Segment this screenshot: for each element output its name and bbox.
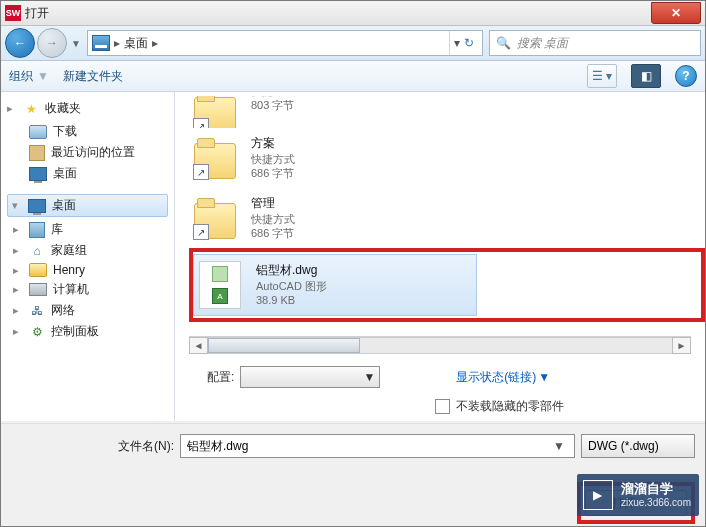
list-item[interactable]: 方案 快捷方式 686 字节 [189,128,705,188]
chevron-right-icon[interactable]: ▸ [152,36,158,50]
nav-forward-button[interactable]: → [37,28,67,58]
desktop-icon [29,167,47,181]
sidebar-item-desktop-fav[interactable]: 桌面 [7,163,168,184]
file-meta: 快捷方式 [251,212,295,226]
sidebar-item-recent[interactable]: 最近访问的位置 [7,142,168,163]
titlebar: SW 打开 ✕ [1,1,705,26]
sidebar-item-computer[interactable]: 计算机 [7,279,168,300]
sidebar-group-desktop[interactable]: 桌面 [7,194,168,217]
config-dropdown[interactable]: ▼ [240,366,380,388]
caret-icon[interactable] [13,283,23,296]
list-item[interactable]: 全套图库 快捷方式 761 字节 [189,322,705,330]
star-icon: ★ [23,101,39,117]
dwg-file-icon: A [199,261,241,309]
library-icon [29,222,45,238]
file-meta: AutoCAD 图形 [256,279,327,293]
caret-icon[interactable] [13,264,23,277]
file-meta: 803 字节 [251,98,295,112]
caret-icon[interactable] [7,102,17,115]
chevron-down-icon: ▼ [37,69,49,83]
preview-pane-button[interactable]: ◧ [631,64,661,88]
hide-parts-label: 不装载隐藏的零部件 [456,398,564,415]
file-type-filter[interactable]: DWG (*.dwg) [581,434,695,458]
search-placeholder: 搜索 桌面 [517,35,568,52]
folder-icon [29,125,47,139]
navbar: ← → ▼ ▸ 桌面 ▸ ▾ ↻ 🔍 搜索 桌面 [1,26,705,61]
window-title: 打开 [25,5,49,22]
list-item-selected[interactable]: A 铝型材.dwg AutoCAD 图形 38.9 KB [193,254,477,316]
caret-icon[interactable] [12,199,22,212]
chevron-right-icon[interactable]: ▸ [114,36,120,50]
network-icon: 🖧 [29,303,45,319]
scroll-right-icon[interactable]: ► [672,337,691,354]
control-panel-icon: ⚙ [29,324,45,340]
recent-icon [29,145,45,161]
toolbar: 组织▼ 新建文件夹 ☰ ▾ ◧ ? [1,61,705,92]
config-label: 配置: [207,369,234,386]
file-list[interactable]: 快捷方式 803 字节 方案 快捷方式 686 字节 管理 [175,92,705,330]
new-folder-button[interactable]: 新建文件夹 [63,68,123,85]
hide-parts-checkbox[interactable] [435,399,450,414]
file-meta: 686 字节 [251,166,295,180]
user-folder-icon [29,263,47,277]
play-icon [583,480,613,510]
search-icon: 🔍 [496,36,511,50]
caret-icon[interactable] [13,325,23,338]
sidebar-group-label: 收藏夹 [45,100,81,117]
nav-back-button[interactable]: ← [5,28,35,58]
desktop-icon [28,199,46,213]
display-state-link[interactable]: 显示状态(链接)▼ [456,369,550,386]
file-name: 铝型材.dwg [256,263,327,279]
chevron-down-icon[interactable]: ▼ [550,439,568,453]
caret-icon[interactable] [13,244,23,257]
list-item[interactable]: 管理 快捷方式 686 字节 [189,188,705,248]
sidebar-group-label: 桌面 [52,197,76,214]
sidebar: ★ 收藏夹 下载 最近访问的位置 桌面 [1,92,175,421]
search-input[interactable]: 🔍 搜索 桌面 [489,30,701,56]
filename-label: 文件名(N): [1,434,180,455]
filename-input[interactable]: 铝型材.dwg ▼ [180,434,575,458]
breadcrumb-dropdown-icon[interactable]: ▾ [454,36,460,50]
file-meta: 686 字节 [251,226,295,240]
sidebar-item-downloads[interactable]: 下载 [7,121,168,142]
app-icon: SW [5,5,21,21]
close-button[interactable]: ✕ [651,2,701,24]
folder-shortcut-icon [194,143,236,179]
sidebar-group-favorites[interactable]: ★ 收藏夹 [7,98,168,119]
help-button[interactable]: ? [675,65,697,87]
list-item[interactable]: 快捷方式 803 字节 [189,96,705,128]
homegroup-icon: ⌂ [29,243,45,259]
nav-history-dropdown[interactable]: ▼ [71,38,81,49]
file-name: 管理 [251,196,295,212]
filename-value: 铝型材.dwg [187,438,550,455]
file-name: 方案 [251,136,295,152]
file-meta: 快捷方式 [251,152,295,166]
organize-menu[interactable]: 组织▼ [9,68,49,85]
breadcrumb-segment[interactable]: 桌面 [124,35,148,52]
caret-icon[interactable] [13,223,23,236]
breadcrumb[interactable]: ▸ 桌面 ▸ ▾ ↻ [87,30,483,56]
horizontal-scrollbar[interactable]: ◄ ► [189,336,691,354]
scroll-thumb[interactable] [208,338,360,353]
watermark-url: zixue.3d66.com [621,497,691,508]
watermark-title: 溜溜自学 [621,482,691,496]
folder-shortcut-icon [194,97,236,128]
scroll-left-icon[interactable]: ◄ [189,337,208,354]
watermark: 溜溜自学 zixue.3d66.com [577,474,699,516]
chevron-down-icon: ▼ [538,370,550,384]
sidebar-item-user[interactable]: Henry [7,261,168,279]
sidebar-item-homegroup[interactable]: ⌂ 家庭组 [7,240,168,261]
sidebar-item-network[interactable]: 🖧 网络 [7,300,168,321]
chevron-down-icon: ▼ [363,370,375,384]
file-meta: 38.9 KB [256,293,327,307]
view-mode-button[interactable]: ☰ ▾ [587,64,617,88]
computer-icon [29,283,47,296]
caret-icon[interactable] [13,304,23,317]
file-list-area: 快捷方式 803 字节 方案 快捷方式 686 字节 管理 [175,92,705,421]
annotation-highlight: A 铝型材.dwg AutoCAD 图形 38.9 KB [189,248,705,322]
refresh-icon[interactable]: ↻ [464,36,474,50]
location-icon [92,35,110,51]
sidebar-item-libraries[interactable]: 库 [7,219,168,240]
sidebar-item-controlpanel[interactable]: ⚙ 控制面板 [7,321,168,342]
folder-shortcut-icon [194,203,236,239]
